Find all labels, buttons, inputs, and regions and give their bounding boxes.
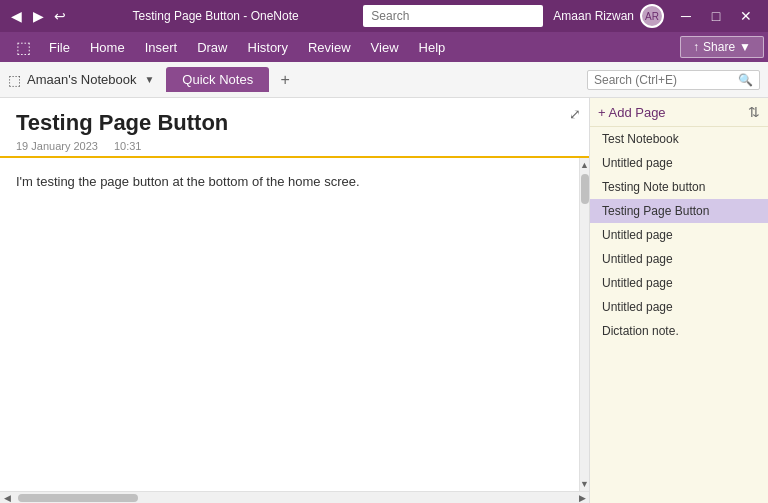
menu-file[interactable]: File — [39, 36, 80, 59]
tab-container: Quick Notes + — [166, 67, 297, 92]
menu-home[interactable]: Home — [80, 36, 135, 59]
page-item[interactable]: Dictation note. — [590, 319, 768, 343]
title-bar-nav: ◀ ▶ ↩ — [8, 8, 68, 24]
notebook-icon: ⬚ — [8, 72, 21, 88]
page-item[interactable]: Untitled page — [590, 271, 768, 295]
h-scroll-thumb[interactable] — [18, 494, 138, 502]
expand-button[interactable]: ⤢ — [569, 106, 581, 122]
menu-bar: ⬚ File Home Insert Draw History Review V… — [0, 32, 768, 62]
scroll-up-arrow[interactable]: ▲ — [580, 158, 590, 172]
page-item[interactable]: Testing Note button — [590, 175, 768, 199]
back-button[interactable]: ◀ — [8, 8, 24, 24]
content-area: 19 January 2023 10:31 ⤢ I'm testing the … — [0, 98, 590, 503]
page-item[interactable]: Testing Page Button — [590, 199, 768, 223]
scroll-down-arrow[interactable]: ▼ — [580, 477, 590, 491]
search-icon: 🔍 — [738, 73, 753, 87]
page-item[interactable]: Test Notebook — [590, 127, 768, 151]
title-bar-title: Testing Page Button - OneNote — [68, 9, 363, 23]
title-bar: ◀ ▶ ↩ Testing Page Button - OneNote Amaa… — [0, 0, 768, 32]
share-label: Share — [703, 40, 735, 54]
vertical-scrollbar[interactable]: ▲ ▼ — [579, 158, 589, 491]
scroll-left-arrow[interactable]: ◀ — [0, 492, 14, 504]
page-item[interactable]: Untitled page — [590, 223, 768, 247]
menu-help[interactable]: Help — [409, 36, 456, 59]
horizontal-scrollbar[interactable]: ◀ ▶ — [0, 491, 589, 503]
menu-draw[interactable]: Draw — [187, 36, 237, 59]
page-title[interactable] — [16, 110, 573, 136]
notebook-selector[interactable]: ⬚ Amaan's Notebook ▼ — [8, 72, 154, 88]
page-time: 10:31 — [114, 140, 142, 152]
menu-review[interactable]: Review — [298, 36, 361, 59]
title-bar-search[interactable] — [363, 5, 543, 27]
content-header: 19 January 2023 10:31 — [0, 98, 589, 158]
pages-header: + Add Page ⇅ — [590, 98, 768, 127]
avatar: AR — [640, 4, 664, 28]
minimize-button[interactable]: ─ — [672, 0, 700, 32]
scroll-right-arrow[interactable]: ▶ — [575, 492, 589, 504]
pages-list: Test NotebookUntitled pageTesting Note b… — [590, 127, 768, 503]
main-layout: 19 January 2023 10:31 ⤢ I'm testing the … — [0, 98, 768, 503]
forward-button[interactable]: ▶ — [30, 8, 46, 24]
search-box: 🔍 — [587, 70, 760, 90]
user-info: Amaan Rizwan AR — [553, 4, 664, 28]
scroll-thumb[interactable] — [581, 174, 589, 204]
menu-view[interactable]: View — [361, 36, 409, 59]
search-input[interactable] — [594, 73, 734, 87]
body-text: I'm testing the page button at the botto… — [16, 174, 563, 189]
restore-button[interactable]: □ — [702, 0, 730, 32]
add-page-button[interactable]: + Add Page — [598, 105, 748, 120]
notebook-dropdown-icon: ▼ — [144, 74, 154, 85]
share-icon: ↑ — [693, 40, 699, 54]
page-item[interactable]: Untitled page — [590, 295, 768, 319]
menu-insert[interactable]: Insert — [135, 36, 188, 59]
pages-panel: + Add Page ⇅ Test NotebookUntitled pageT… — [590, 98, 768, 503]
page-item[interactable]: Untitled page — [590, 151, 768, 175]
user-name: Amaan Rizwan — [553, 9, 634, 23]
window-controls: ─ □ ✕ — [672, 0, 760, 32]
page-date: 19 January 2023 — [16, 140, 98, 152]
notebook-bar: ⬚ Amaan's Notebook ▼ Quick Notes + 🔍 — [0, 62, 768, 98]
notebook-icon-button[interactable]: ⬚ — [8, 34, 39, 61]
tab-quick-notes[interactable]: Quick Notes — [166, 67, 269, 92]
share-dropdown-icon: ▼ — [739, 40, 751, 54]
sort-button[interactable]: ⇅ — [748, 104, 760, 120]
menu-history[interactable]: History — [238, 36, 298, 59]
page-meta: 19 January 2023 10:31 — [16, 140, 573, 152]
add-tab-button[interactable]: + — [273, 68, 297, 92]
history-button[interactable]: ↩ — [52, 8, 68, 24]
content-body[interactable]: I'm testing the page button at the botto… — [0, 158, 579, 491]
page-item[interactable]: Untitled page — [590, 247, 768, 271]
notebook-name: Amaan's Notebook — [27, 72, 136, 87]
share-button[interactable]: ↑ Share ▼ — [680, 36, 764, 58]
close-button[interactable]: ✕ — [732, 0, 760, 32]
